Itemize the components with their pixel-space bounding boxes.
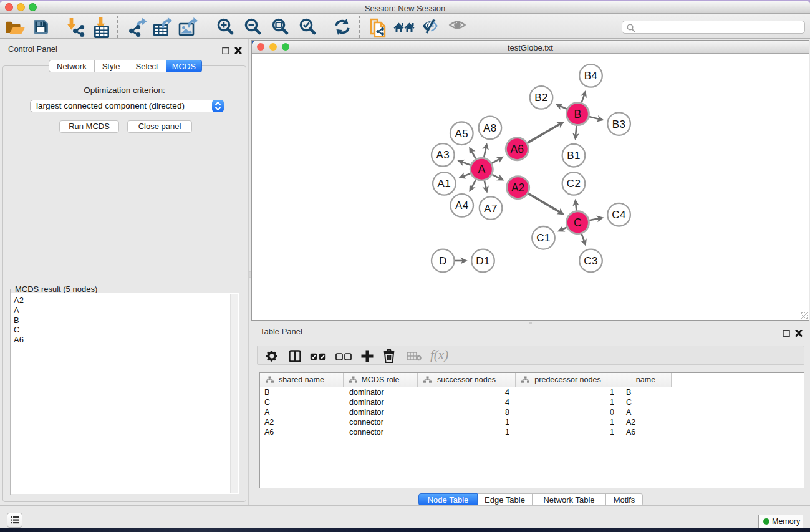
svg-text:B1: B1 xyxy=(567,150,581,162)
svg-text:B: B xyxy=(574,108,582,120)
svg-text:A1: A1 xyxy=(438,178,451,190)
svg-text:B3: B3 xyxy=(612,118,626,130)
svg-text:A: A xyxy=(478,163,485,175)
svg-text:A2: A2 xyxy=(511,181,524,194)
svg-text:C4: C4 xyxy=(612,209,626,221)
svg-text:C3: C3 xyxy=(584,255,598,267)
svg-text:B2: B2 xyxy=(534,92,548,104)
svg-text:A4: A4 xyxy=(455,200,469,211)
svg-text:A8: A8 xyxy=(483,122,497,134)
svg-text:D: D xyxy=(439,255,447,267)
svg-text:C1: C1 xyxy=(536,232,551,244)
svg-text:A6: A6 xyxy=(511,143,524,155)
svg-text:B4: B4 xyxy=(584,70,598,82)
svg-text:D1: D1 xyxy=(476,255,490,267)
svg-text:A3: A3 xyxy=(436,149,450,161)
svg-text:C2: C2 xyxy=(567,178,581,190)
svg-text:C: C xyxy=(574,216,582,229)
svg-text:A5: A5 xyxy=(455,128,469,140)
svg-text:A7: A7 xyxy=(484,203,498,215)
